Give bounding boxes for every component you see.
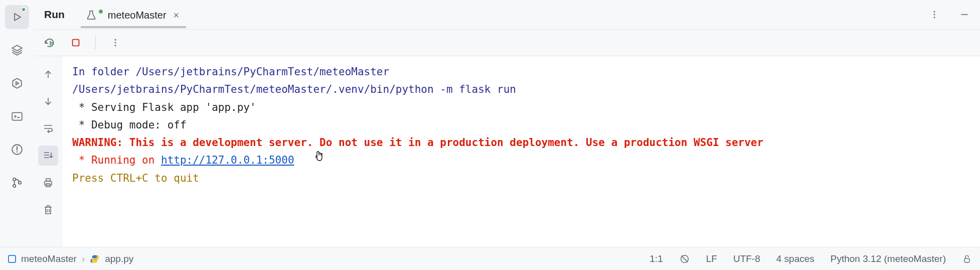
console-line: * Debug mode: off	[72, 119, 187, 131]
rerun-button[interactable]	[41, 34, 58, 51]
flask-icon	[86, 10, 97, 21]
console-folder-path: /Users/jetbrains/PyCharmTest/meteoMaster	[135, 66, 389, 78]
python-file-icon	[90, 254, 100, 264]
console-action-rail	[34, 56, 62, 247]
python-interpreter[interactable]: Python 3.12 (meteoMaster)	[831, 253, 946, 264]
left-tool-rail	[0, 0, 34, 247]
terminal-tool-button[interactable]	[5, 104, 29, 128]
svg-point-5	[934, 11, 935, 13]
run-config-tab[interactable]: meteoMaster ×	[81, 3, 186, 27]
main-area: Run meteoMaster ×	[0, 0, 980, 247]
print-button[interactable]	[38, 173, 58, 193]
line-separator[interactable]: LF	[706, 253, 717, 264]
content-column: Run meteoMaster ×	[34, 0, 980, 247]
soft-wrap-button[interactable]	[38, 118, 58, 139]
more-options-button[interactable]	[926, 6, 943, 23]
hide-panel-button[interactable]	[956, 6, 973, 23]
clear-button[interactable]	[38, 200, 58, 220]
svg-point-3	[13, 185, 16, 187]
scroll-to-end-button[interactable]	[38, 146, 58, 166]
server-url-link[interactable]: http://127.0.0.1:5000	[161, 154, 294, 166]
svg-point-9	[115, 39, 116, 41]
breadcrumb[interactable]: meteoMaster › app.py	[8, 253, 133, 264]
pointer-cursor-icon	[313, 151, 324, 164]
indent-setting[interactable]: 4 spaces	[776, 253, 814, 264]
console-line: * Serving Flask app 'app.py'	[72, 101, 256, 113]
run-toolbar	[34, 29, 980, 56]
run-panel-title: Run	[41, 9, 68, 21]
console-line-prefix: In folder	[72, 66, 135, 78]
svg-rect-0	[12, 112, 22, 120]
console-running-prefix: * Running on	[72, 154, 161, 166]
tab-bar: Run meteoMaster ×	[34, 0, 980, 29]
svg-point-11	[115, 45, 116, 46]
problems-tool-button[interactable]	[5, 138, 29, 162]
project-icon	[8, 255, 16, 263]
services-tool-button[interactable]	[5, 71, 29, 95]
toolbar-separator	[95, 36, 96, 50]
svg-point-4	[19, 181, 21, 184]
console-area: In folder /Users/jetbrains/PyCharmTest/m…	[34, 56, 980, 247]
inspections-icon[interactable]	[679, 253, 690, 264]
running-dot-icon	[99, 10, 103, 14]
console-command: /Users/jetbrains/PyCharmTest/meteoMaster…	[72, 83, 516, 95]
file-encoding[interactable]: UTF-8	[733, 253, 760, 264]
stop-button[interactable]	[67, 34, 84, 51]
svg-rect-12	[45, 181, 52, 185]
run-tool-button[interactable]	[5, 5, 29, 29]
svg-point-6	[934, 14, 935, 16]
svg-rect-16	[964, 258, 969, 262]
layers-tool-button[interactable]	[5, 38, 29, 62]
toolbar-more-button[interactable]	[107, 34, 124, 51]
tab-underline	[81, 26, 186, 28]
caret-position[interactable]: 1:1	[649, 253, 663, 264]
breadcrumb-file: app.py	[105, 253, 133, 264]
breadcrumb-project: meteoMaster	[21, 253, 77, 264]
tab-label: meteoMaster	[108, 10, 167, 21]
svg-point-10	[115, 42, 116, 44]
scroll-down-button[interactable]	[38, 91, 58, 111]
scroll-up-button[interactable]	[38, 64, 58, 84]
svg-rect-8	[73, 40, 79, 46]
console-warning: WARNING: This is a development server. D…	[72, 137, 770, 149]
chevron-right-icon: ›	[82, 253, 85, 264]
svg-point-7	[934, 17, 935, 18]
svg-point-2	[13, 178, 16, 181]
status-bar: meteoMaster › app.py 1:1 LF UTF-8 4 spac…	[0, 247, 980, 270]
svg-rect-13	[46, 179, 50, 181]
lock-icon[interactable]	[962, 254, 972, 264]
console-hint: Press CTRL+C to quit	[72, 172, 199, 184]
vcs-tool-button[interactable]	[5, 171, 29, 195]
close-tab-button[interactable]: ×	[172, 10, 182, 21]
running-dot-icon	[21, 7, 26, 12]
console-output[interactable]: In folder /Users/jetbrains/PyCharmTest/m…	[62, 56, 980, 247]
